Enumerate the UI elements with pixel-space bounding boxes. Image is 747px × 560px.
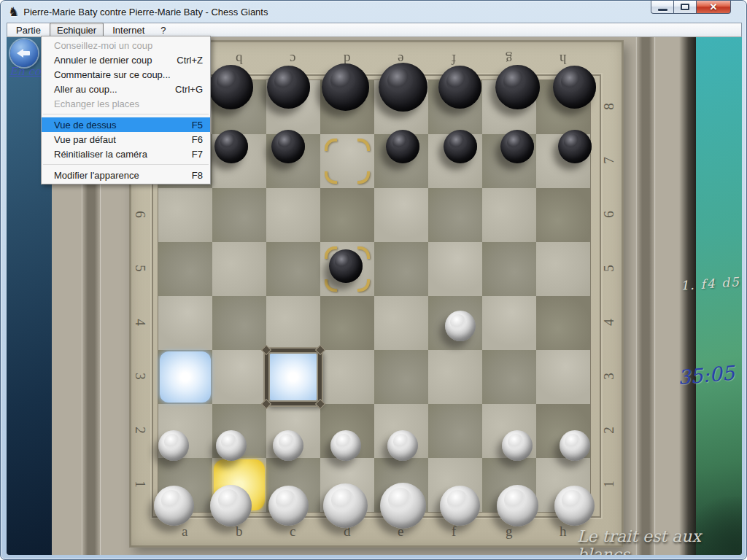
file-label-top-c: c <box>290 51 295 67</box>
square-f6[interactable] <box>428 188 482 242</box>
square-h5[interactable] <box>536 242 590 296</box>
piece-black-bishop-c8[interactable] <box>267 66 310 109</box>
menu-item-shortcut: F7 <box>192 149 203 160</box>
square-a6[interactable] <box>158 188 212 242</box>
square-h4[interactable] <box>536 296 590 350</box>
piece-highlight <box>331 489 355 512</box>
piece-black-queen-d8[interactable] <box>322 63 369 111</box>
square-c5[interactable] <box>266 242 320 296</box>
close-button[interactable]: ✕ <box>697 1 731 14</box>
file-label-bottom-c: c <box>290 524 295 540</box>
maximize-button[interactable] <box>673 1 697 14</box>
piece-black-pawn-f7[interactable] <box>444 130 477 163</box>
piece-white-pawn-c2[interactable] <box>273 430 303 461</box>
menu-item-vue-par-d-faut[interactable]: Vue par défautF6 <box>42 132 210 147</box>
square-e3[interactable] <box>374 350 428 404</box>
menu-item-commentaire-sur-ce-coup[interactable]: Commentaire sur ce coup... <box>42 67 210 82</box>
piece-white-pawn-h2[interactable] <box>560 430 590 461</box>
piece-highlight <box>449 134 467 152</box>
piece-highlight <box>392 134 410 152</box>
piece-white-bishop-f1[interactable] <box>440 486 480 526</box>
table-edge-shadow <box>679 37 696 555</box>
square-b4[interactable] <box>212 296 266 350</box>
piece-white-knight-b1[interactable] <box>210 485 252 526</box>
back-button[interactable] <box>10 39 38 67</box>
menu-item-vue-de-dessus[interactable]: Vue de dessusF5 <box>42 117 210 132</box>
piece-black-pawn-d5[interactable] <box>329 249 363 283</box>
piece-highlight <box>276 490 297 511</box>
square-c4[interactable] <box>266 296 320 350</box>
square-d3[interactable] <box>320 350 374 404</box>
menu-item-conseillez-moi-un-coup[interactable]: Conseillez-moi un coup <box>42 38 210 52</box>
square-e6[interactable] <box>374 188 428 242</box>
piece-white-pawn-d2[interactable] <box>330 430 361 461</box>
piece-highlight <box>562 490 583 511</box>
piece-black-king-e8[interactable] <box>379 63 427 112</box>
menu-item-echanger-les-places[interactable]: Echanger les places <box>42 96 210 111</box>
square-g6[interactable] <box>482 188 536 242</box>
file-label-top-b: b <box>236 51 243 67</box>
minimize-button[interactable] <box>651 1 673 14</box>
piece-black-pawn-h7[interactable] <box>558 130 592 163</box>
piece-highlight <box>164 434 180 450</box>
piece-white-rook-a1[interactable] <box>154 486 194 526</box>
cursor-frame-c3[interactable] <box>265 349 322 405</box>
square-g4[interactable] <box>482 296 536 350</box>
piece-black-knight-b8[interactable] <box>209 65 253 109</box>
piece-white-rook-h1[interactable] <box>554 486 595 526</box>
square-f5[interactable] <box>428 242 482 296</box>
piece-white-pawn-g2[interactable] <box>502 430 533 461</box>
square-f2[interactable] <box>428 404 482 458</box>
chess-board[interactable] <box>158 80 590 512</box>
piece-highlight <box>274 71 297 93</box>
square-g5[interactable] <box>482 242 536 296</box>
rank-label-left-4: 4 <box>132 319 148 326</box>
piece-black-pawn-g7[interactable] <box>500 130 534 163</box>
square-b3[interactable] <box>212 350 266 404</box>
piece-black-bishop-f8[interactable] <box>438 66 481 109</box>
square-f3[interactable] <box>428 350 482 404</box>
piece-highlight <box>503 70 527 93</box>
square-d6[interactable] <box>320 188 374 242</box>
square-d4[interactable] <box>320 296 374 350</box>
piece-black-pawn-e7[interactable] <box>386 130 419 163</box>
menu-item-r-initialiser-la-cam-ra[interactable]: Réinitialiser la caméraF7 <box>42 147 210 161</box>
menu-item-annuler-le-dernier-coup[interactable]: Annuler le dernier coupCtrl+Z <box>42 52 210 67</box>
piece-highlight <box>565 434 581 450</box>
minimize-icon <box>658 9 667 11</box>
app-icon: ♞ <box>8 6 19 18</box>
square-b6[interactable] <box>212 188 266 242</box>
square-e4[interactable] <box>374 296 428 350</box>
legal-move-highlight-a3[interactable] <box>160 351 211 402</box>
menu-item-label: Commentaire sur ce coup... <box>54 69 171 80</box>
piece-white-king-e1[interactable] <box>380 483 426 529</box>
piece-white-knight-g1[interactable] <box>497 485 538 526</box>
piece-white-bishop-c1[interactable] <box>268 486 309 526</box>
menu-item-modifier-l-apparence[interactable]: Modifier l'apparenceF8 <box>42 168 210 182</box>
piece-white-pawn-a2[interactable] <box>158 430 189 461</box>
piece-highlight <box>450 314 466 330</box>
piece-black-pawn-c7[interactable] <box>271 130 305 163</box>
square-b5[interactable] <box>212 242 266 296</box>
square-h3[interactable] <box>536 350 590 404</box>
rank-label-right-1: 1 <box>601 481 617 488</box>
table-groove-right <box>637 37 654 555</box>
square-a4[interactable] <box>158 296 212 350</box>
piece-white-pawn-f4[interactable] <box>445 311 476 341</box>
title-bar[interactable]: ♞ Pierre-Marie Baty contre Pierre-Marie … <box>1 1 746 23</box>
piece-black-pawn-b7[interactable] <box>214 130 248 163</box>
menu-item-shortcut: Ctrl+G <box>175 84 203 95</box>
menu-item-aller-au-coup[interactable]: Aller au coup...Ctrl+G <box>42 82 210 96</box>
square-e5[interactable] <box>374 242 428 296</box>
square-h6[interactable] <box>536 188 590 242</box>
piece-highlight <box>220 134 238 152</box>
piece-black-rook-h8[interactable] <box>553 66 596 109</box>
square-g3[interactable] <box>482 350 536 404</box>
square-c6[interactable] <box>266 188 320 242</box>
piece-black-knight-g8[interactable] <box>495 65 540 109</box>
square-a5[interactable] <box>158 242 212 296</box>
file-label-top-f: f <box>452 51 456 67</box>
piece-white-queen-d1[interactable] <box>323 483 368 528</box>
piece-white-pawn-e2[interactable] <box>387 430 418 461</box>
piece-white-pawn-b2[interactable] <box>216 430 247 461</box>
